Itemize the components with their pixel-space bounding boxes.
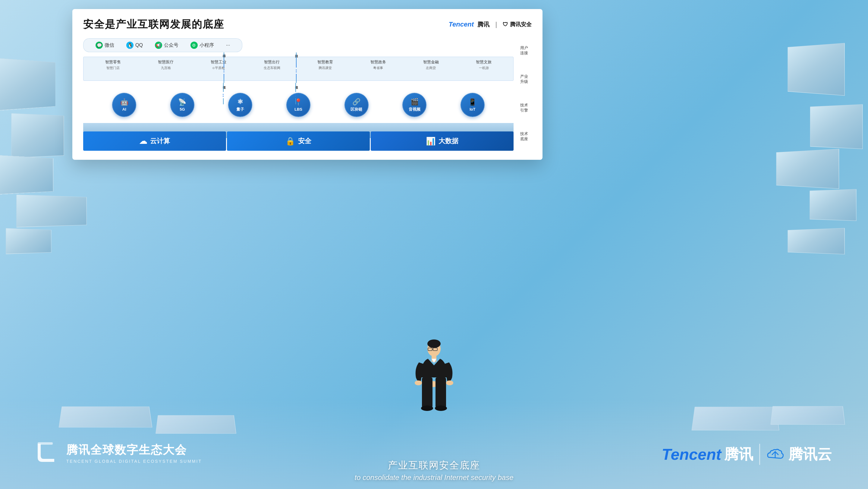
tencent-logo-mark-svg <box>36 441 60 465</box>
arrow-line-7 <box>296 83 296 92</box>
industry-education: 智慧教育 腾讯课堂 <box>317 59 333 70</box>
industry-gov: 智慧政务 粤省事 <box>370 59 386 70</box>
arrow-line-6 <box>223 98 224 104</box>
ai-icon: 🤖 <box>120 98 128 106</box>
base-bigdata: 📊 大数据 <box>371 131 514 151</box>
app-gongzhonghao: 📢 公众号 <box>149 40 184 50</box>
av-label: 音视频 <box>409 107 421 112</box>
deco-block <box>11 113 64 158</box>
user-apps-bar: 💬 微信 🐧 QQ 📢 公众号 ⚙ 小程序 ··· <box>83 38 242 52</box>
5g-icon: 📡 <box>178 98 186 106</box>
industry-name: 智慧政务 <box>370 59 386 65</box>
gzh-icon: 📢 <box>155 41 162 49</box>
app-qq: 🐧 QQ <box>120 40 149 50</box>
event-cn: 腾讯全球数字生态大会 <box>66 442 202 458</box>
industry-name: 智慧教育 <box>317 59 333 65</box>
arrow-area-1: 服务输出 ↕ 数据反馈 <box>222 52 226 84</box>
svg-point-12 <box>435 405 447 411</box>
industry-retail: 智慧零售 智慧门店 <box>105 59 121 70</box>
svg-point-7 <box>446 380 453 385</box>
tencent-logo-text: Tencent <box>448 21 474 28</box>
cloud-cn: 腾讯云 <box>788 445 832 464</box>
svg-point-11 <box>421 405 433 411</box>
tech-circle-5g: 📡 5G <box>170 93 194 117</box>
tech-circle-lbs: 📍 LBS <box>286 93 310 117</box>
industry-finance: 智慧金融 左商贷 <box>423 59 439 70</box>
cloud-icon: ☁ <box>139 136 147 146</box>
arrow-area-4: ↕ <box>294 83 297 104</box>
shield-icon: 🛡 <box>503 22 508 28</box>
subtitle-area: 产业互联网安全底座 to consolidate the industrial … <box>355 459 514 482</box>
slide-title: 安全是产业互联网发展的底座 <box>83 18 224 31</box>
deco-block <box>0 155 53 194</box>
tencentcloud-icon <box>766 447 784 462</box>
security-brand: 🛡 腾讯安全 <box>503 21 532 28</box>
industry-layer: 智慧零售 智慧门店 智慧医疗 九宫格 智慧工业 ⊙平质检 智慧出行 生态车联网 … <box>83 57 514 81</box>
arrow-up-3: ↕ <box>222 92 224 98</box>
bottom-left-logo: 腾讯全球数字生态大会 TENCENT GLOBAL DIGITAL ECOSYS… <box>36 441 202 465</box>
industry-sub: 左商贷 <box>426 66 436 70</box>
quantum-label: 量子 <box>236 107 244 112</box>
presenter-figure <box>404 338 464 453</box>
tencent-italic-right: Tencent <box>662 445 721 463</box>
weixin-label: 微信 <box>104 42 114 49</box>
industry-sub: 生态车联网 <box>264 66 280 70</box>
security-icon: 🔒 <box>285 136 295 146</box>
user-connection-layer: 💬 微信 🐧 QQ 📢 公众号 ⚙ 小程序 ··· <box>83 36 514 54</box>
base-layer: ☁ 云计算 🔒 安全 📊 大数据 <box>83 131 514 151</box>
industry-name: 智慧出行 <box>264 59 280 65</box>
tech-circle-av: 🎬 音视频 <box>402 93 427 117</box>
layer-labels: 用户 连接 产业 升级 技术 引擎 技术 底座 <box>517 36 532 151</box>
iot-label: IoT <box>470 107 475 112</box>
mini-icon: ⚙ <box>190 41 198 49</box>
slide-header: 安全是产业互联网发展的底座 Tencent 腾讯 ｜ 🛡 腾讯安全 <box>83 18 532 31</box>
arrow-up-2: ↕ <box>295 67 298 74</box>
deco-block <box>787 43 844 96</box>
arrow-up-1: ↕ <box>223 67 225 74</box>
slide-brand: Tencent 腾讯 ｜ 🛡 腾讯安全 <box>448 21 532 29</box>
event-name: 腾讯全球数字生态大会 TENCENT GLOBAL DIGITAL ECOSYS… <box>66 442 202 464</box>
tech-circle-ai: 🤖 AI <box>112 93 136 117</box>
brand-separator: ｜ <box>493 21 499 29</box>
quantum-icon: ⚛ <box>237 98 243 106</box>
5g-label: 5G <box>180 107 185 112</box>
industry-name: 智慧零售 <box>105 59 121 65</box>
av-icon: 🎬 <box>410 98 418 106</box>
ai-label: AI <box>122 107 126 112</box>
app-miniprogram: ⚙ 小程序 <box>184 40 220 50</box>
industry-items: 智慧零售 智慧门店 智慧医疗 九宫格 智慧工业 ⊙平质检 智慧出行 生态车联网 … <box>84 57 513 71</box>
deco-block <box>16 195 87 227</box>
deco-block <box>787 228 844 254</box>
event-en: TENCENT GLOBAL DIGITAL ECOSYSTEM SUMMIT <box>66 459 202 464</box>
industry-sub: 智慧门店 <box>106 66 120 70</box>
blockchain-icon: 🔗 <box>352 98 361 106</box>
more-dots: ··· <box>226 42 230 48</box>
deco-block <box>810 104 863 149</box>
base-layer-label: 技术 底座 <box>517 131 532 142</box>
svg-rect-10 <box>435 377 446 407</box>
bigdata-icon: 📊 <box>426 136 435 146</box>
presentation-slide: 安全是产业互联网发展的底座 Tencent 腾讯 ｜ 🛡 腾讯安全 用户 连接 … <box>72 9 542 160</box>
arrow-line-3 <box>296 53 297 67</box>
deco-block <box>0 58 56 111</box>
base-security: 🔒 安全 <box>227 131 370 151</box>
deco-block <box>810 189 857 221</box>
blockchain-label: 区块链 <box>350 107 362 112</box>
tencent-cn-right: 腾讯 <box>724 445 753 464</box>
industry-sub: 九宫格 <box>161 66 171 70</box>
cloud-brand: 腾讯云 <box>766 445 832 464</box>
tech-layer-label: 技术 引擎 <box>517 103 532 113</box>
svg-point-1 <box>427 339 441 348</box>
industry-name: 智慧医疗 <box>158 59 174 65</box>
lbs-label: LBS <box>294 107 302 112</box>
subtitle-en: to consolidate the industrial Internet s… <box>355 473 514 482</box>
arrow-line-1 <box>224 53 224 67</box>
qq-icon: 🐧 <box>126 41 133 49</box>
svg-rect-9 <box>422 377 433 407</box>
presenter-svg <box>410 338 458 441</box>
tech-circle-quantum: ⚛ 量子 <box>228 93 252 117</box>
industry-sub: 一机游 <box>479 66 489 70</box>
user-layer-label: 用户 连接 <box>517 45 532 56</box>
app-weixin: 💬 微信 <box>90 40 120 50</box>
tencent-right-brand: Tencent 腾讯 <box>662 445 753 464</box>
